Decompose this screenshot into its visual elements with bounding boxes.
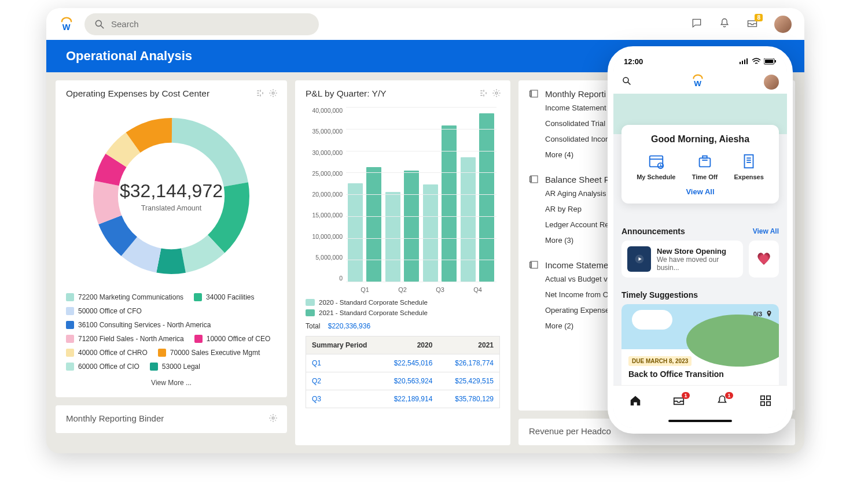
- report-group-title[interactable]: Balance Sheet R: [545, 175, 610, 184]
- svg-line-2: [101, 25, 104, 28]
- timely-suggestions-section: Timely Suggestions 0/3 DUE MARCH 8, 2023…: [621, 290, 779, 385]
- home-indicator: [613, 417, 787, 428]
- timely-header: Timely Suggestions: [621, 290, 698, 300]
- open-journey-link[interactable]: Open Journey: [628, 385, 675, 385]
- svg-point-14: [272, 417, 274, 419]
- announcements-section: Announcements View All New Store Opening…: [621, 227, 779, 278]
- svg-rect-25: [746, 58, 748, 64]
- chart-total: Total $220,336,936: [306, 322, 500, 330]
- quick-my-schedule[interactable]: My Schedule: [637, 153, 675, 180]
- report-group-title[interactable]: Income Stateme: [545, 260, 608, 270]
- quick-time-off[interactable]: Time Off: [692, 153, 718, 180]
- report-group-title[interactable]: Monthly Reporti: [545, 89, 606, 99]
- svg-rect-23: [742, 61, 743, 64]
- svg-rect-44: [760, 395, 764, 399]
- journey-card[interactable]: 0/3 DUE MARCH 8, 2023 Back to Office Tra…: [621, 304, 779, 385]
- view-all-link[interactable]: View All: [686, 187, 714, 196]
- svg-text:W: W: [694, 79, 701, 88]
- legend-item[interactable]: 34000 Facilities: [194, 293, 254, 301]
- nav-bell-icon[interactable]: 1: [716, 394, 729, 409]
- td-q2[interactable]: Q2: [306, 372, 377, 390]
- legend-item[interactable]: 40000 Office of CHRO: [66, 349, 148, 357]
- announcements-header: Announcements: [621, 227, 685, 236]
- view-more-link[interactable]: View More ...: [66, 379, 277, 387]
- card-operating-expenses: Operating Expenses by Cost Center: [56, 80, 287, 397]
- legend-item[interactable]: 70000 Sales Executive Mgmt: [158, 349, 260, 357]
- bar-chart: 40,000,00035,000,00030,000,00025,000,000…: [306, 105, 500, 295]
- avatar[interactable]: [764, 75, 779, 90]
- gear-icon[interactable]: [269, 413, 278, 424]
- calendar-icon: [648, 153, 665, 170]
- card-title: Revenue per Headco: [529, 426, 611, 436]
- phone-header: W: [613, 71, 787, 94]
- quick-expenses[interactable]: Expenses: [734, 153, 763, 180]
- announcement-title: New Store Opening: [657, 247, 737, 256]
- legend-item[interactable]: 71200 Field Sales - North America: [66, 335, 184, 343]
- card-title: Monthly Reporting Binder: [66, 413, 164, 423]
- donut-legend: 72200 Marketing Communications34000 Faci…: [66, 293, 277, 371]
- th-period: Summary Period: [306, 337, 377, 354]
- chat-icon[interactable]: [691, 17, 703, 31]
- legend-item[interactable]: 53000 Legal: [150, 363, 200, 371]
- workday-logo: W: [59, 17, 74, 32]
- nav-inbox-badge: 1: [682, 392, 689, 399]
- bell-icon[interactable]: [719, 17, 730, 31]
- legend-item[interactable]: 50000 Office of CFO: [66, 307, 142, 315]
- svg-point-3: [272, 92, 274, 94]
- gear-icon[interactable]: [492, 88, 501, 100]
- topbar: W Search 8: [46, 8, 804, 40]
- search-input[interactable]: Search: [84, 13, 319, 35]
- legend-item[interactable]: 72200 Marketing Communications: [66, 293, 183, 301]
- donut-center-value: $32,144,972: [120, 180, 223, 202]
- play-icon: [627, 246, 651, 272]
- signal-icon: [740, 58, 749, 64]
- svg-point-43: [768, 312, 770, 313]
- pin-icon: [765, 310, 773, 318]
- wifi-icon: [752, 58, 761, 65]
- td-q3-b[interactable]: $35,780,129: [438, 390, 499, 408]
- filter-icon[interactable]: [256, 88, 265, 100]
- td-q3[interactable]: Q3: [306, 390, 377, 408]
- announcement-card[interactable]: New Store Opening We have moved our busi…: [621, 241, 743, 278]
- legend-item[interactable]: 36100 Consulting Services - North Americ…: [66, 321, 211, 329]
- legend-series-a: 2020 - Standard Corporate Schedule: [319, 299, 428, 306]
- donut-center-label: Translated Amount: [141, 204, 201, 212]
- avatar[interactable]: [774, 16, 792, 33]
- svg-rect-27: [765, 60, 773, 63]
- td-q3-a[interactable]: $22,189,914: [377, 390, 439, 408]
- legend-item[interactable]: 60000 Office of CIO: [66, 363, 139, 371]
- nav-inbox-icon[interactable]: 1: [672, 394, 685, 409]
- svg-rect-36: [703, 156, 707, 158]
- nav-apps-icon[interactable]: [759, 394, 772, 409]
- svg-rect-47: [766, 401, 770, 405]
- announcement-card-2[interactable]: [749, 241, 779, 278]
- td-q1-b[interactable]: $26,178,774: [438, 354, 499, 372]
- td-q1-a[interactable]: $22,545,016: [377, 354, 439, 372]
- svg-rect-38: [745, 155, 753, 168]
- inbox-icon[interactable]: 8: [746, 17, 758, 31]
- nav-home-icon[interactable]: [629, 394, 642, 409]
- search-icon[interactable]: [621, 76, 632, 88]
- filter-icon[interactable]: [479, 88, 488, 100]
- td-q2-b[interactable]: $25,429,515: [438, 372, 499, 390]
- topbar-actions: 8: [691, 16, 792, 33]
- td-q2-a[interactable]: $20,563,924: [377, 372, 439, 390]
- total-value[interactable]: $220,336,936: [328, 322, 370, 330]
- gear-icon[interactable]: [269, 88, 278, 100]
- svg-rect-35: [700, 158, 711, 167]
- heart-icon: [756, 252, 771, 267]
- svg-rect-22: [740, 62, 741, 64]
- total-label: Total: [306, 322, 320, 330]
- svg-rect-24: [744, 60, 745, 64]
- svg-point-15: [495, 92, 498, 94]
- status-time: 12:00: [624, 57, 643, 66]
- th-2021: 2021: [438, 337, 499, 354]
- td-q1[interactable]: Q1: [306, 354, 377, 372]
- battery-icon: [764, 58, 777, 65]
- announcements-view-all[interactable]: View All: [753, 227, 779, 235]
- mobile-phone: 12:00 W Good Morning, Aiesha My Schedule: [608, 46, 793, 434]
- phone-bottom-nav: 1 1: [613, 385, 787, 417]
- svg-rect-45: [766, 395, 770, 399]
- svg-point-29: [623, 77, 628, 83]
- legend-item[interactable]: 10000 Office of CEO: [194, 335, 271, 343]
